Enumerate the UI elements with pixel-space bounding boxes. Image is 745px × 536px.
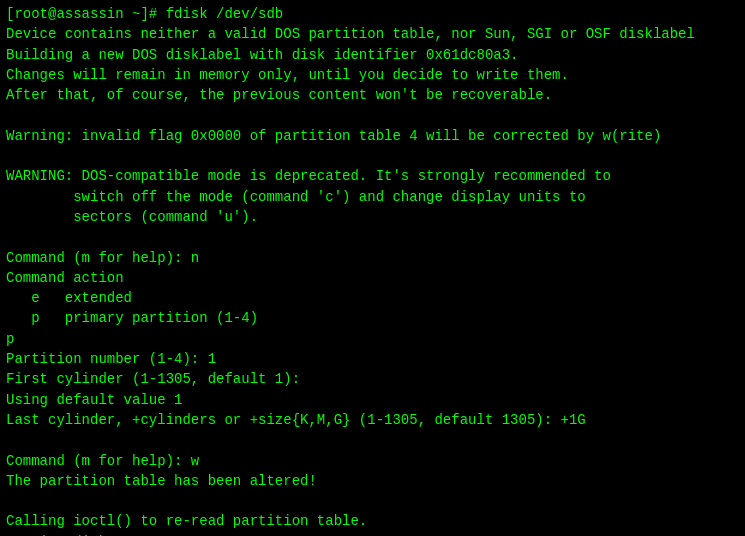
terminal-line: Changes will remain in memory only, unti…	[6, 65, 739, 85]
terminal-empty-line	[6, 146, 739, 166]
terminal-line: e extended	[6, 288, 739, 308]
terminal-line: Building a new DOS disklabel with disk i…	[6, 45, 739, 65]
terminal-line: Calling ioctl() to re-read partition tab…	[6, 511, 739, 531]
terminal-line: p primary partition (1-4)	[6, 308, 739, 328]
terminal-line: Last cylinder, +cylinders or +size{K,M,G…	[6, 410, 739, 430]
terminal-line: Partition number (1-4): 1	[6, 349, 739, 369]
terminal-line: Command action	[6, 268, 739, 288]
terminal-line: WARNING: DOS-compatible mode is deprecat…	[6, 166, 739, 186]
terminal-line: Warning: invalid flag 0x0000 of partitio…	[6, 126, 739, 146]
terminal-empty-line	[6, 430, 739, 450]
terminal-window: [root@assassin ~]# fdisk /dev/sdbDevice …	[0, 0, 745, 536]
terminal-line: p	[6, 329, 739, 349]
terminal-empty-line	[6, 491, 739, 511]
terminal-line: Syncing disks.	[6, 532, 739, 536]
terminal-line: sectors (command 'u').	[6, 207, 739, 227]
terminal-empty-line	[6, 227, 739, 247]
terminal-line: Command (m for help): n	[6, 248, 739, 268]
terminal-line: First cylinder (1-1305, default 1):	[6, 369, 739, 389]
terminal-line: After that, of course, the previous cont…	[6, 85, 739, 105]
terminal-line: switch off the mode (command 'c') and ch…	[6, 187, 739, 207]
terminal-line: The partition table has been altered!	[6, 471, 739, 491]
terminal-line: [root@assassin ~]# fdisk /dev/sdb	[6, 4, 739, 24]
terminal-line: Command (m for help): w	[6, 451, 739, 471]
terminal-line: Using default value 1	[6, 390, 739, 410]
terminal-line: Device contains neither a valid DOS part…	[6, 24, 739, 44]
terminal-empty-line	[6, 105, 739, 125]
